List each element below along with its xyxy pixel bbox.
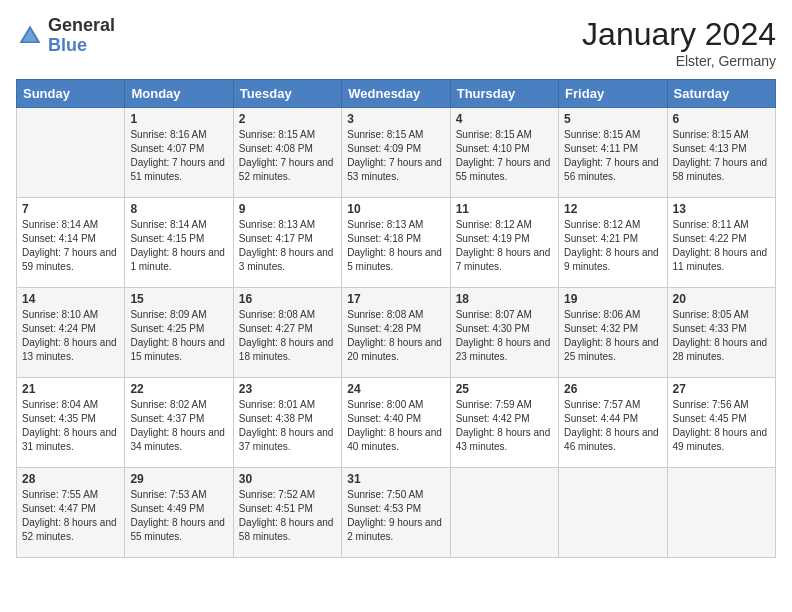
day-header-thursday: Thursday	[450, 80, 558, 108]
day-info: Sunrise: 8:05 AMSunset: 4:33 PMDaylight:…	[673, 308, 770, 364]
calendar-cell: 9Sunrise: 8:13 AMSunset: 4:17 PMDaylight…	[233, 198, 341, 288]
day-header-friday: Friday	[559, 80, 667, 108]
day-info: Sunrise: 8:12 AMSunset: 4:21 PMDaylight:…	[564, 218, 661, 274]
calendar-cell	[667, 468, 775, 558]
calendar-cell: 25Sunrise: 7:59 AMSunset: 4:42 PMDayligh…	[450, 378, 558, 468]
day-info: Sunrise: 8:15 AMSunset: 4:13 PMDaylight:…	[673, 128, 770, 184]
calendar-cell: 16Sunrise: 8:08 AMSunset: 4:27 PMDayligh…	[233, 288, 341, 378]
day-number: 30	[239, 472, 336, 486]
day-info: Sunrise: 7:57 AMSunset: 4:44 PMDaylight:…	[564, 398, 661, 454]
calendar-week-3: 14Sunrise: 8:10 AMSunset: 4:24 PMDayligh…	[17, 288, 776, 378]
calendar-cell: 23Sunrise: 8:01 AMSunset: 4:38 PMDayligh…	[233, 378, 341, 468]
header-row: SundayMondayTuesdayWednesdayThursdayFrid…	[17, 80, 776, 108]
calendar-cell: 14Sunrise: 8:10 AMSunset: 4:24 PMDayligh…	[17, 288, 125, 378]
day-number: 1	[130, 112, 227, 126]
day-info: Sunrise: 8:14 AMSunset: 4:14 PMDaylight:…	[22, 218, 119, 274]
calendar-cell	[559, 468, 667, 558]
day-info: Sunrise: 8:14 AMSunset: 4:15 PMDaylight:…	[130, 218, 227, 274]
day-number: 3	[347, 112, 444, 126]
calendar-cell: 15Sunrise: 8:09 AMSunset: 4:25 PMDayligh…	[125, 288, 233, 378]
logo-blue: Blue	[48, 36, 115, 56]
day-info: Sunrise: 8:08 AMSunset: 4:27 PMDaylight:…	[239, 308, 336, 364]
calendar-week-5: 28Sunrise: 7:55 AMSunset: 4:47 PMDayligh…	[17, 468, 776, 558]
location: Elster, Germany	[582, 53, 776, 69]
day-header-monday: Monday	[125, 80, 233, 108]
day-number: 16	[239, 292, 336, 306]
title-block: January 2024 Elster, Germany	[582, 16, 776, 69]
month-title: January 2024	[582, 16, 776, 53]
calendar-cell: 2Sunrise: 8:15 AMSunset: 4:08 PMDaylight…	[233, 108, 341, 198]
day-info: Sunrise: 7:52 AMSunset: 4:51 PMDaylight:…	[239, 488, 336, 544]
day-number: 2	[239, 112, 336, 126]
calendar-cell: 19Sunrise: 8:06 AMSunset: 4:32 PMDayligh…	[559, 288, 667, 378]
calendar-cell: 3Sunrise: 8:15 AMSunset: 4:09 PMDaylight…	[342, 108, 450, 198]
day-info: Sunrise: 8:10 AMSunset: 4:24 PMDaylight:…	[22, 308, 119, 364]
day-number: 14	[22, 292, 119, 306]
day-number: 28	[22, 472, 119, 486]
calendar-cell: 21Sunrise: 8:04 AMSunset: 4:35 PMDayligh…	[17, 378, 125, 468]
day-number: 19	[564, 292, 661, 306]
day-header-wednesday: Wednesday	[342, 80, 450, 108]
day-number: 7	[22, 202, 119, 216]
day-info: Sunrise: 8:11 AMSunset: 4:22 PMDaylight:…	[673, 218, 770, 274]
calendar-cell: 24Sunrise: 8:00 AMSunset: 4:40 PMDayligh…	[342, 378, 450, 468]
calendar-cell: 22Sunrise: 8:02 AMSunset: 4:37 PMDayligh…	[125, 378, 233, 468]
calendar-week-4: 21Sunrise: 8:04 AMSunset: 4:35 PMDayligh…	[17, 378, 776, 468]
day-header-tuesday: Tuesday	[233, 80, 341, 108]
calendar-cell: 28Sunrise: 7:55 AMSunset: 4:47 PMDayligh…	[17, 468, 125, 558]
day-info: Sunrise: 8:16 AMSunset: 4:07 PMDaylight:…	[130, 128, 227, 184]
day-info: Sunrise: 8:15 AMSunset: 4:11 PMDaylight:…	[564, 128, 661, 184]
logo-text: General Blue	[48, 16, 115, 56]
calendar-cell: 27Sunrise: 7:56 AMSunset: 4:45 PMDayligh…	[667, 378, 775, 468]
day-info: Sunrise: 8:02 AMSunset: 4:37 PMDaylight:…	[130, 398, 227, 454]
day-number: 23	[239, 382, 336, 396]
calendar-cell: 5Sunrise: 8:15 AMSunset: 4:11 PMDaylight…	[559, 108, 667, 198]
day-info: Sunrise: 7:55 AMSunset: 4:47 PMDaylight:…	[22, 488, 119, 544]
day-info: Sunrise: 7:53 AMSunset: 4:49 PMDaylight:…	[130, 488, 227, 544]
day-info: Sunrise: 8:07 AMSunset: 4:30 PMDaylight:…	[456, 308, 553, 364]
calendar-cell: 10Sunrise: 8:13 AMSunset: 4:18 PMDayligh…	[342, 198, 450, 288]
day-info: Sunrise: 8:06 AMSunset: 4:32 PMDaylight:…	[564, 308, 661, 364]
calendar-cell: 31Sunrise: 7:50 AMSunset: 4:53 PMDayligh…	[342, 468, 450, 558]
calendar-week-2: 7Sunrise: 8:14 AMSunset: 4:14 PMDaylight…	[17, 198, 776, 288]
day-number: 18	[456, 292, 553, 306]
calendar-cell	[450, 468, 558, 558]
day-number: 22	[130, 382, 227, 396]
calendar-cell: 1Sunrise: 8:16 AMSunset: 4:07 PMDaylight…	[125, 108, 233, 198]
day-info: Sunrise: 8:13 AMSunset: 4:18 PMDaylight:…	[347, 218, 444, 274]
day-info: Sunrise: 8:13 AMSunset: 4:17 PMDaylight:…	[239, 218, 336, 274]
calendar-cell: 29Sunrise: 7:53 AMSunset: 4:49 PMDayligh…	[125, 468, 233, 558]
logo-icon	[16, 22, 44, 50]
day-info: Sunrise: 8:01 AMSunset: 4:38 PMDaylight:…	[239, 398, 336, 454]
calendar-cell: 17Sunrise: 8:08 AMSunset: 4:28 PMDayligh…	[342, 288, 450, 378]
day-number: 27	[673, 382, 770, 396]
day-info: Sunrise: 8:15 AMSunset: 4:09 PMDaylight:…	[347, 128, 444, 184]
calendar-cell	[17, 108, 125, 198]
day-number: 5	[564, 112, 661, 126]
day-number: 17	[347, 292, 444, 306]
day-number: 12	[564, 202, 661, 216]
day-number: 10	[347, 202, 444, 216]
logo: General Blue	[16, 16, 115, 56]
day-info: Sunrise: 7:50 AMSunset: 4:53 PMDaylight:…	[347, 488, 444, 544]
day-info: Sunrise: 8:15 AMSunset: 4:10 PMDaylight:…	[456, 128, 553, 184]
day-number: 21	[22, 382, 119, 396]
calendar-table: SundayMondayTuesdayWednesdayThursdayFrid…	[16, 79, 776, 558]
day-header-saturday: Saturday	[667, 80, 775, 108]
calendar-cell: 20Sunrise: 8:05 AMSunset: 4:33 PMDayligh…	[667, 288, 775, 378]
day-number: 29	[130, 472, 227, 486]
calendar-cell: 6Sunrise: 8:15 AMSunset: 4:13 PMDaylight…	[667, 108, 775, 198]
calendar-cell: 4Sunrise: 8:15 AMSunset: 4:10 PMDaylight…	[450, 108, 558, 198]
day-number: 9	[239, 202, 336, 216]
calendar-cell: 26Sunrise: 7:57 AMSunset: 4:44 PMDayligh…	[559, 378, 667, 468]
day-info: Sunrise: 8:08 AMSunset: 4:28 PMDaylight:…	[347, 308, 444, 364]
day-number: 26	[564, 382, 661, 396]
day-info: Sunrise: 8:00 AMSunset: 4:40 PMDaylight:…	[347, 398, 444, 454]
day-number: 31	[347, 472, 444, 486]
day-info: Sunrise: 8:09 AMSunset: 4:25 PMDaylight:…	[130, 308, 227, 364]
day-info: Sunrise: 7:56 AMSunset: 4:45 PMDaylight:…	[673, 398, 770, 454]
logo-general: General	[48, 16, 115, 36]
day-number: 13	[673, 202, 770, 216]
calendar-cell: 12Sunrise: 8:12 AMSunset: 4:21 PMDayligh…	[559, 198, 667, 288]
calendar-cell: 7Sunrise: 8:14 AMSunset: 4:14 PMDaylight…	[17, 198, 125, 288]
